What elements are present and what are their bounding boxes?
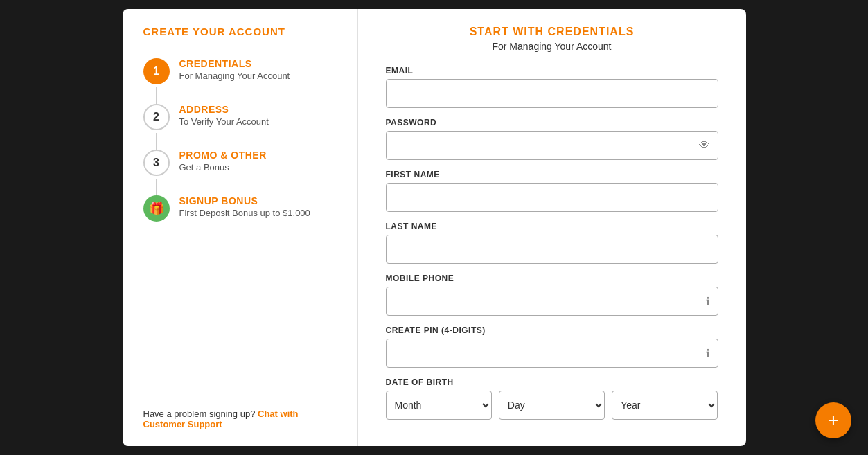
- dob-year-select[interactable]: Year for(let y=2005;y>=1920;y--) documen…: [612, 391, 718, 420]
- phone-label: MOBILE PHONE: [386, 274, 718, 283]
- dob-row: Month JanuaryFebruaryMarch AprilMayJune …: [386, 391, 718, 420]
- phone-input[interactable]: [386, 287, 718, 316]
- bonus-label: SIGNUP BONUS: [179, 195, 310, 206]
- firstname-label: FIRST NAME: [386, 170, 718, 179]
- info-icon-phone[interactable]: ℹ: [706, 295, 710, 308]
- lastname-input-wrapper: [386, 235, 718, 264]
- firstname-input-wrapper: [386, 183, 718, 212]
- step-1-label: CREDENTIALS: [179, 58, 290, 69]
- password-label: PASSWORD: [386, 118, 718, 127]
- pin-label: CREATE PIN (4-DIGITS): [386, 325, 718, 335]
- email-input-wrapper: [386, 79, 718, 108]
- step-3-circle: 3: [143, 150, 170, 176]
- pin-input[interactable]: [386, 339, 718, 368]
- step-2-circle: 2: [143, 104, 170, 130]
- pin-group: CREATE PIN (4-DIGITS) ℹ: [386, 325, 718, 368]
- step-3-sublabel: Get a Bonus: [179, 162, 267, 172]
- info-icon-pin[interactable]: ℹ: [706, 347, 710, 360]
- step-1-text: CREDENTIALS For Managing Your Account: [179, 58, 290, 81]
- phone-group: MOBILE PHONE ℹ: [386, 274, 718, 316]
- dob-label: DATE OF BIRTH: [386, 377, 718, 387]
- bonus-circle: 🎁: [143, 195, 170, 222]
- steps-list: 1 CREDENTIALS For Managing Your Account …: [143, 58, 337, 222]
- email-group: EMAIL: [386, 66, 718, 108]
- step-1-sublabel: For Managing Your Account: [179, 71, 290, 81]
- left-panel: CREATE YOUR ACCOUNT 1 CREDENTIALS For Ma…: [123, 9, 358, 446]
- step-2-address: 2 ADDRESS To Verify Your Account: [143, 104, 337, 130]
- step-1-circle: 1: [143, 58, 170, 84]
- phone-input-wrapper: ℹ: [386, 287, 718, 316]
- step-bonus: 🎁 SIGNUP BONUS First Deposit Bonus up to…: [143, 195, 337, 222]
- lastname-group: LAST NAME: [386, 222, 718, 264]
- step-2-label: ADDRESS: [179, 104, 269, 115]
- create-account-title: CREATE YOUR ACCOUNT: [143, 26, 337, 37]
- lastname-label: LAST NAME: [386, 222, 718, 231]
- step-3-promo: 3 PROMO & OTHER Get a Bonus: [143, 150, 337, 176]
- firstname-input[interactable]: [386, 183, 718, 212]
- step-3-label: PROMO & OTHER: [179, 150, 267, 161]
- dob-group: DATE OF BIRTH Month JanuaryFebruaryMarch…: [386, 377, 718, 420]
- step-1-credentials: 1 CREDENTIALS For Managing Your Account: [143, 58, 337, 84]
- eye-icon[interactable]: 👁: [699, 139, 710, 152]
- step-2-text: ADDRESS To Verify Your Account: [179, 104, 269, 127]
- step-3-text: PROMO & OTHER Get a Bonus: [179, 150, 267, 172]
- dob-day-select[interactable]: Day for(let i=1;i<=31;i++) document.writ…: [499, 391, 605, 420]
- gift-icon: 🎁: [149, 201, 164, 216]
- bonus-text: SIGNUP BONUS First Deposit Bonus up to $…: [179, 195, 310, 218]
- bottom-help-text: Have a problem signing up? Chat with Cus…: [143, 409, 337, 429]
- password-input-wrapper: 👁: [386, 131, 718, 160]
- modal-container: CREATE YOUR ACCOUNT 1 CREDENTIALS For Ma…: [123, 9, 746, 446]
- right-panel: START WITH CREDENTIALS For Managing Your…: [358, 9, 746, 446]
- step-2-sublabel: To Verify Your Account: [179, 116, 269, 127]
- pin-input-wrapper: ℹ: [386, 339, 718, 368]
- password-group: PASSWORD 👁: [386, 118, 718, 160]
- firstname-group: FIRST NAME: [386, 170, 718, 212]
- dob-month-select[interactable]: Month JanuaryFebruaryMarch AprilMayJune …: [386, 391, 492, 420]
- bonus-sublabel: First Deposit Bonus up to $1,000: [179, 208, 310, 218]
- right-subtitle: For Managing Your Account: [386, 41, 718, 52]
- fab-button[interactable]: +: [815, 402, 851, 438]
- email-label: EMAIL: [386, 66, 718, 75]
- lastname-input[interactable]: [386, 235, 718, 264]
- right-title: START WITH CREDENTIALS: [386, 26, 718, 38]
- password-input[interactable]: [386, 131, 718, 160]
- email-input[interactable]: [386, 79, 718, 108]
